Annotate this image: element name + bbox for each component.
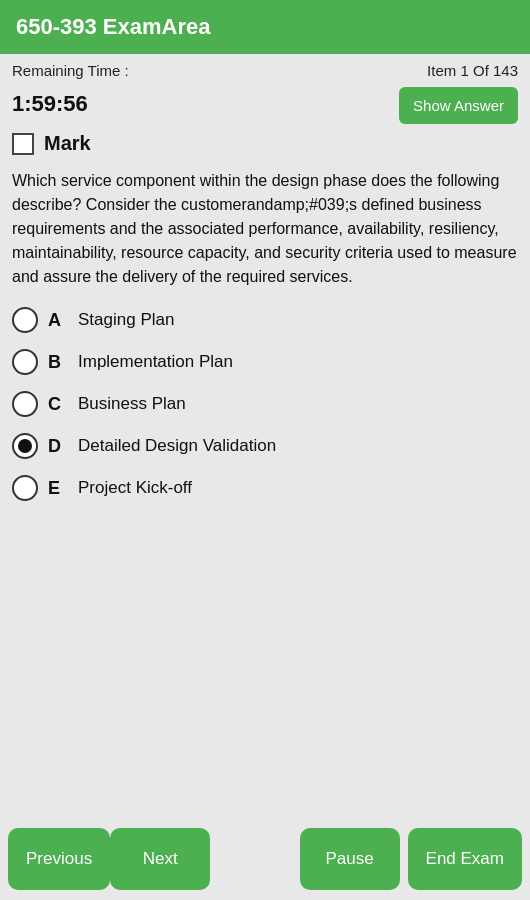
footer-spacer [210,828,299,890]
option-letter-e: E [48,478,66,499]
option-letter-a: A [48,310,66,331]
mark-label: Mark [44,132,91,155]
option-text-b: Implementation Plan [78,352,233,372]
option-text-e: Project Kick-off [78,478,192,498]
mark-row[interactable]: Mark [12,132,518,155]
timer-display: 1:59:56 [12,91,88,117]
option-text-c: Business Plan [78,394,186,414]
footer: Previous Next Pause End Exam [0,818,530,900]
options-list: A Staging Plan B Implementation Plan C B… [12,307,518,501]
option-a[interactable]: A Staging Plan [12,307,518,333]
app-header: 650-393 ExamArea [0,0,530,54]
option-text-a: Staging Plan [78,310,174,330]
pause-button[interactable]: Pause [300,828,400,890]
option-text-d: Detailed Design Validation [78,436,276,456]
option-letter-b: B [48,352,66,373]
previous-button[interactable]: Previous [8,828,110,890]
item-counter: Item 1 Of 143 [427,62,518,79]
app-title: 650-393 ExamArea [16,14,210,39]
option-b[interactable]: B Implementation Plan [12,349,518,375]
question-text: Which service component within the desig… [12,169,518,289]
show-answer-button[interactable]: Show Answer [399,87,518,124]
radio-a[interactable] [12,307,38,333]
remaining-time-label: Remaining Time : [12,62,129,79]
mark-checkbox[interactable] [12,133,34,155]
option-letter-c: C [48,394,66,415]
radio-e[interactable] [12,475,38,501]
option-d[interactable]: D Detailed Design Validation [12,433,518,459]
meta-bar: Remaining Time : Item 1 Of 143 [0,54,530,83]
timer-row: 1:59:56 Show Answer [12,87,518,124]
radio-d[interactable] [12,433,38,459]
next-button[interactable]: Next [110,828,210,890]
option-c[interactable]: C Business Plan [12,391,518,417]
radio-b[interactable] [12,349,38,375]
radio-d-fill [18,439,32,453]
option-e[interactable]: E Project Kick-off [12,475,518,501]
option-letter-d: D [48,436,66,457]
content-area: 1:59:56 Show Answer Mark Which service c… [0,83,530,818]
end-exam-button[interactable]: End Exam [408,828,522,890]
radio-c[interactable] [12,391,38,417]
